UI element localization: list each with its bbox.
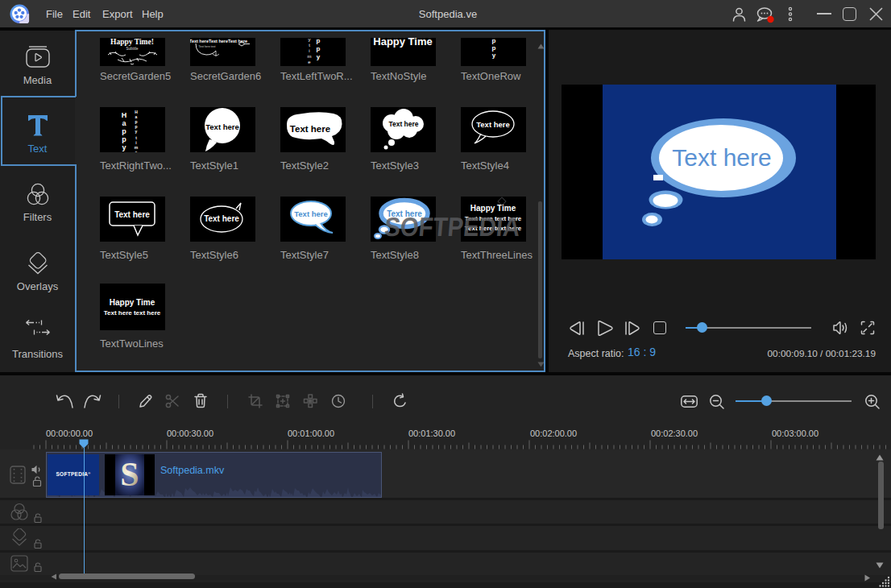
svg-text:Text here text here: Text here text here [104,309,161,317]
svg-text:Happy Time: Happy Time [373,38,432,48]
svg-text:Text here: Text here [204,214,239,223]
svg-text:y: y [309,38,311,42]
svg-text:Text here: Text here [294,209,328,218]
svg-text:Happy Time: Happy Time [110,298,155,307]
svg-text:Text here: Text here [672,144,771,171]
svg-text:p: p [122,127,126,135]
svg-text:p: p [492,38,496,44]
svg-text:p: p [317,45,321,52]
svg-text:y: y [135,129,138,134]
svg-text:S: S [120,456,139,493]
svg-text:i: i [309,48,309,53]
svg-text:Text here: Text here [476,120,510,129]
svg-text:Happy Time!: Happy Time! [110,38,154,46]
svg-text:Happy Time: Happy Time [470,204,516,213]
svg-text:e: e [135,150,138,152]
svg-text:Text hereText hereText here: Text hereText hereText here [190,39,247,43]
svg-text:y: y [492,52,496,59]
svg-text:p: p [122,135,126,143]
svg-text:a: a [122,119,126,127]
svg-text:Text here: Text here [205,122,239,131]
svg-text:y: y [317,53,321,60]
svg-text:Text here: Text here [388,120,418,128]
svg-text:Subtitle: Subtitle [126,47,139,51]
svg-text:p: p [317,38,321,44]
svg-text:t: t [309,43,310,48]
svg-text:y: y [122,143,126,151]
svg-text:e: e [308,60,311,64]
svg-text:p: p [492,44,496,52]
svg-text:Text here: Text here [290,124,330,134]
svg-text:Text here: Text here [114,210,150,219]
svg-text:Text here text: Text here text [198,45,215,48]
svg-text:H: H [122,111,127,119]
svg-text:m: m [308,54,312,59]
